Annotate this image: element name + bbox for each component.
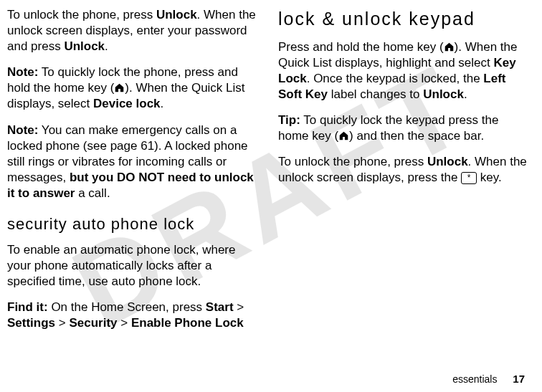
para-note-emergency: Note: You can make emergency calls on a … <box>7 123 257 201</box>
start-label: Start <box>206 300 234 314</box>
text: On the Home Screen, press <box>48 300 206 314</box>
home-icon <box>338 131 349 140</box>
heading-security-auto-lock: security auto phone lock <box>7 214 257 235</box>
text: To unlock the phone, press <box>7 8 156 21</box>
para-tip-quicklock: Tip: To quickly lock the keypad press th… <box>278 113 528 144</box>
unlock-label: Unlock <box>156 8 197 21</box>
text: label changes to <box>328 87 423 101</box>
section-name: essentials <box>452 373 497 385</box>
home-icon <box>114 83 125 92</box>
note-label: Note: <box>7 65 38 79</box>
text: > <box>234 300 244 314</box>
text: ) and then the space bar. <box>349 129 484 143</box>
device-lock-label: Device lock <box>93 97 161 110</box>
para-note-quicklock: Note: To quickly lock the phone, press a… <box>7 64 257 112</box>
para-unlock-phone: To unlock the phone, press Unlock. When … <box>7 7 257 54</box>
text: Press and hold the home key ( <box>278 40 444 54</box>
security-label: Security <box>69 316 117 330</box>
enable-phone-lock-label: Enable Phone Lock <box>131 316 244 330</box>
text: . Once the keypad is locked, the <box>307 72 484 85</box>
text: . <box>105 39 108 53</box>
note-label: Note: <box>7 123 38 137</box>
settings-label: Settings <box>7 316 55 330</box>
para-keypad-lock: Press and hold the home key (). When the… <box>278 39 528 102</box>
unlock-label: Unlock <box>64 39 105 53</box>
unlock-label: Unlock <box>427 155 468 168</box>
text: > <box>55 316 69 330</box>
page-number: 17 <box>513 373 525 385</box>
page-footer: essentials 17 <box>452 373 525 385</box>
left-column: To unlock the phone, press Unlock. When … <box>7 7 257 365</box>
unlock-label: Unlock <box>423 87 464 101</box>
text: key. <box>477 171 502 184</box>
home-icon <box>444 42 455 52</box>
star-key-icon: * <box>461 172 477 184</box>
para-unlock-keypad: To unlock the phone, press Unlock. When … <box>278 154 528 186</box>
heading-lock-unlock-keypad: lock & unlock keypad <box>278 7 528 31</box>
text: > <box>118 316 131 330</box>
find-it-label: Find it: <box>7 300 48 314</box>
page-content: To unlock the phone, press Unlock. When … <box>0 0 542 365</box>
text: . <box>464 87 467 101</box>
tip-label: Tip: <box>278 113 300 127</box>
para-find-it: Find it: On the Home Screen, press Start… <box>7 300 257 331</box>
para-auto-lock-desc: To enable an automatic phone lock, where… <box>7 242 257 290</box>
right-column: lock & unlock keypad Press and hold the … <box>278 7 528 365</box>
text: a call. <box>75 186 110 200</box>
text: To unlock the phone, press <box>278 155 427 168</box>
text: . <box>161 97 164 110</box>
